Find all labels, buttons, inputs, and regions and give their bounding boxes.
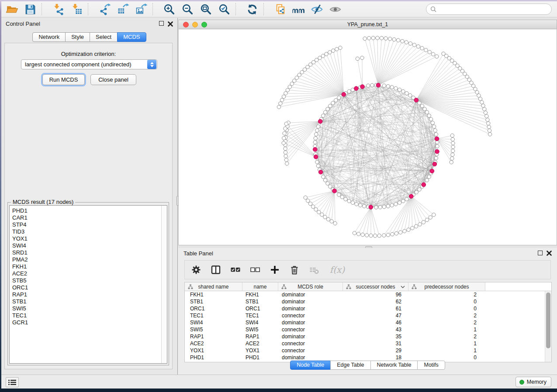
- tab-edge-table[interactable]: Edge Table: [330, 361, 370, 370]
- tab-motifs[interactable]: Motifs: [417, 361, 445, 370]
- delete-column-button[interactable]: [288, 264, 301, 276]
- refresh-button[interactable]: [244, 2, 260, 16]
- close-panel-button-mcds[interactable]: Close panel: [90, 74, 136, 85]
- table-row[interactable]: PHD1 PHD1 dominator 18 0: [185, 354, 551, 361]
- column-header-successor-nodes[interactable]: successor nodes: [343, 282, 408, 291]
- column-header-name[interactable]: name: [242, 282, 278, 291]
- mcds-result-item[interactable]: FKH1: [12, 263, 167, 270]
- table-row[interactable]: SWI4 SWI4 dominator 46 2: [185, 319, 551, 326]
- search-input[interactable]: [439, 6, 549, 13]
- open-session-button[interactable]: [4, 2, 20, 16]
- table-row[interactable]: TEC1 TEC1 connector 47 2: [185, 312, 551, 319]
- first-neighbors-button[interactable]: [291, 2, 306, 16]
- delete-table-button[interactable]: [308, 264, 320, 276]
- close-table-panel-button[interactable]: [547, 251, 552, 256]
- tab-network[interactable]: Network: [32, 32, 66, 42]
- node-table: shared name name MCDS role successor nod…: [184, 282, 552, 362]
- network-graph[interactable]: [179, 29, 557, 245]
- import-network-button[interactable]: [50, 2, 66, 16]
- mcds-result-item[interactable]: SRD1: [12, 249, 167, 256]
- mcds-result-item[interactable]: PHD1: [12, 207, 167, 214]
- float-panel-button[interactable]: [159, 21, 164, 27]
- column-type-icon: [188, 284, 193, 289]
- tab-style[interactable]: Style: [65, 32, 90, 42]
- mcds-result-item[interactable]: YOX1: [12, 235, 167, 242]
- zoom-selected-button[interactable]: [216, 2, 232, 16]
- table-row[interactable]: SWI5 SWI5 connector 43 1: [185, 326, 551, 333]
- select-all-icon: [230, 265, 241, 275]
- cell-shared-name: SWI4: [185, 319, 242, 326]
- table-row[interactable]: ACE2 ACE2 connector 31 1: [185, 340, 551, 347]
- mcds-result-item[interactable]: STB5: [12, 277, 167, 284]
- export-table-button[interactable]: [115, 2, 131, 16]
- table-panel: Table Panel: [178, 248, 557, 375]
- table-scrollbar-thumb[interactable]: [546, 292, 550, 348]
- function-builder-button[interactable]: f(x): [328, 264, 347, 276]
- table-row[interactable]: YOX1 YOX1 connector 29 1: [185, 347, 551, 354]
- refresh-icon: [246, 3, 259, 16]
- table-row[interactable]: ORC1 ORC1 dominator 61 0: [185, 305, 551, 312]
- main-toolbar: [1, 1, 557, 17]
- close-panel-button[interactable]: [168, 21, 173, 27]
- run-mcds-button[interactable]: Run MCDS: [42, 74, 85, 85]
- cell-mcds-role: dominator: [278, 333, 343, 340]
- table-row[interactable]: FKH1 FKH1 dominator 96 2: [185, 291, 551, 298]
- table-row[interactable]: STB1 STB1 dominator 62 0: [185, 298, 551, 305]
- show-all-button[interactable]: [327, 2, 343, 16]
- mcds-result-item[interactable]: ACE2: [12, 270, 167, 277]
- add-column-button[interactable]: [269, 264, 281, 276]
- table-scrollbar[interactable]: [545, 291, 551, 362]
- zoom-out-button[interactable]: [180, 2, 195, 16]
- control-panel-title: Control Panel: [6, 21, 159, 27]
- import-table-icon: [70, 3, 83, 16]
- mcds-result-item[interactable]: SWI5: [12, 305, 167, 312]
- criterion-dropdown[interactable]: largest connected component (undirected): [21, 59, 157, 69]
- search-box[interactable]: [426, 3, 552, 15]
- mcds-result-item[interactable]: STP4: [12, 221, 167, 228]
- tab-node-table[interactable]: Node Table: [290, 361, 331, 370]
- zoom-in-button[interactable]: [161, 2, 177, 16]
- mcds-result-item[interactable]: PMA2: [12, 256, 167, 263]
- mcds-result-item[interactable]: STB1: [12, 298, 167, 305]
- show-columns-button[interactable]: [210, 264, 222, 276]
- export-image-button[interactable]: [133, 2, 149, 16]
- zoom-fit-button[interactable]: [198, 2, 214, 16]
- mcds-result-list[interactable]: PHD1CAR1STP4TID3YOX1SWI4SRD1PMA2FKH1ACE2…: [9, 205, 167, 364]
- tab-mcds[interactable]: MCDS: [117, 32, 146, 42]
- column-header-shared-name[interactable]: shared name: [185, 282, 242, 291]
- cell-mcds-role: connector: [278, 340, 343, 347]
- task-history-button[interactable]: [6, 377, 19, 387]
- memory-button[interactable]: Memory: [515, 377, 551, 387]
- mcds-result-item[interactable]: RAP1: [12, 291, 167, 298]
- float-table-panel-button[interactable]: [538, 250, 543, 257]
- table-toolbar: f(x): [184, 260, 551, 279]
- mcds-result-item[interactable]: TEC1: [12, 312, 167, 319]
- export-network-button[interactable]: [97, 2, 112, 16]
- mcds-result-item[interactable]: GCR1: [12, 319, 167, 326]
- network-titlebar[interactable]: YPA_prune.txt_1: [179, 20, 557, 29]
- status-bar: Memory: [1, 375, 557, 389]
- hide-selected-button[interactable]: [309, 2, 325, 16]
- clone-network-button[interactable]: [272, 2, 288, 16]
- tab-network-table[interactable]: Network Table: [370, 361, 418, 370]
- mcds-result-item[interactable]: SWI4: [12, 242, 167, 249]
- import-table-button[interactable]: [69, 2, 84, 16]
- network-canvas[interactable]: [179, 29, 557, 245]
- save-session-button[interactable]: [22, 2, 38, 16]
- mcds-result-item[interactable]: ORC1: [12, 284, 167, 291]
- first-neighbors-icon: [292, 3, 305, 16]
- table-settings-button[interactable]: [190, 264, 202, 276]
- cell-mcds-role: dominator: [278, 354, 343, 361]
- mcds-result-item[interactable]: CAR1: [12, 214, 167, 221]
- tab-select[interactable]: Select: [90, 32, 118, 42]
- column-header-predecessor-nodes[interactable]: predecessor nodes: [408, 282, 485, 291]
- cell-successor-nodes: 31: [343, 340, 408, 347]
- export-image-icon: [135, 3, 148, 16]
- table-row[interactable]: RAP1 RAP1 dominator 35 2: [185, 333, 551, 340]
- control-panel: Control Panel Network Style Select MCDS …: [1, 18, 178, 375]
- select-all-button[interactable]: [229, 264, 242, 276]
- mcds-result-item[interactable]: TID3: [12, 228, 167, 235]
- mcds-list-scrollbar[interactable]: [161, 206, 167, 363]
- column-header-mcds-role[interactable]: MCDS role: [278, 282, 343, 291]
- deselect-all-button[interactable]: [249, 264, 261, 276]
